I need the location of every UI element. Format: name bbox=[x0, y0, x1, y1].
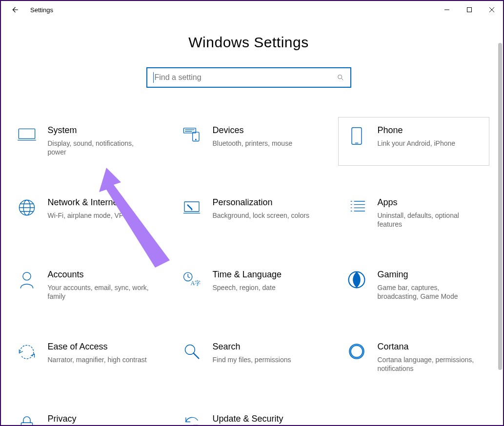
svg-point-38 bbox=[350, 345, 363, 358]
search-icon bbox=[337, 74, 344, 81]
category-network[interactable]: Network & InternetWi-Fi, airplane mode, … bbox=[8, 189, 160, 238]
privacy-icon bbox=[17, 414, 37, 425]
category-title: Update & Security bbox=[213, 414, 316, 425]
network-icon bbox=[17, 197, 37, 230]
category-desc: Link your Android, iPhone bbox=[378, 139, 481, 148]
svg-point-5 bbox=[338, 75, 342, 79]
update-icon bbox=[181, 414, 202, 425]
accounts-icon bbox=[17, 270, 37, 302]
svg-point-31 bbox=[22, 272, 30, 280]
svg-line-6 bbox=[341, 78, 343, 80]
system-icon bbox=[17, 125, 37, 157]
search-icon bbox=[181, 342, 202, 374]
category-system[interactable]: SystemDisplay, sound, notifications, pow… bbox=[8, 117, 160, 166]
search-placeholder: Find a setting bbox=[155, 73, 202, 82]
category-time[interactable]: A字Time & LanguageSpeech, region, date bbox=[173, 261, 324, 310]
category-privacy[interactable]: PrivacyLocation, camera, microphone bbox=[8, 406, 160, 425]
category-desc: Bluetooth, printers, mouse bbox=[213, 139, 316, 148]
back-button[interactable] bbox=[10, 5, 20, 15]
window-title: Settings bbox=[30, 6, 53, 14]
page-heading: Windows Settings bbox=[1, 34, 496, 51]
category-title: Search bbox=[213, 342, 316, 352]
category-title: Gaming bbox=[378, 270, 481, 280]
search-input[interactable]: Find a setting bbox=[146, 67, 351, 88]
phone-icon bbox=[346, 125, 367, 157]
category-desc: Your accounts, email, sync, work, family bbox=[48, 283, 151, 302]
category-personalization[interactable]: PersonalizationBackground, lock screen, … bbox=[173, 189, 324, 238]
category-title: Personalization bbox=[213, 197, 316, 208]
devices-icon bbox=[181, 125, 202, 157]
category-title: Phone bbox=[378, 125, 481, 136]
category-gaming[interactable]: GamingGame bar, captures, broadcasting, … bbox=[338, 261, 489, 310]
category-desc: Cortana language, permissions, notificat… bbox=[378, 355, 481, 374]
gaming-icon bbox=[346, 270, 367, 302]
personalization-icon bbox=[181, 197, 202, 230]
svg-rect-2 bbox=[467, 8, 472, 12]
category-title: Devices bbox=[213, 125, 316, 136]
category-desc: Find my files, permissions bbox=[213, 355, 316, 365]
category-search[interactable]: SearchFind my files, permissions bbox=[173, 333, 324, 382]
svg-point-11 bbox=[195, 139, 196, 140]
category-title: Network & Internet bbox=[48, 197, 151, 208]
category-desc: Wi-Fi, airplane mode, VPN bbox=[48, 211, 151, 220]
apps-icon bbox=[346, 197, 367, 230]
category-title: Apps bbox=[378, 197, 481, 208]
category-accounts[interactable]: AccountsYour accounts, email, sync, work… bbox=[8, 261, 160, 310]
category-title: Accounts bbox=[48, 270, 151, 280]
ease-icon bbox=[17, 342, 37, 374]
category-title: Privacy bbox=[48, 414, 151, 425]
category-desc: Speech, region, date bbox=[213, 283, 316, 292]
category-ease[interactable]: Ease of AccessNarrator, magnifier, high … bbox=[8, 333, 160, 382]
svg-rect-7 bbox=[19, 129, 35, 138]
category-phone[interactable]: PhoneLink your Android, iPhone bbox=[338, 117, 489, 166]
category-title: Cortana bbox=[378, 342, 481, 352]
category-devices[interactable]: DevicesBluetooth, printers, mouse bbox=[173, 117, 324, 166]
category-title: Time & Language bbox=[213, 270, 316, 280]
category-desc: Uninstall, defaults, optional features bbox=[378, 211, 481, 230]
svg-line-36 bbox=[193, 353, 199, 359]
svg-rect-39 bbox=[21, 423, 32, 425]
titlebar: Settings bbox=[1, 1, 503, 19]
content-area: Windows Settings Find a setting SystemDi… bbox=[1, 19, 503, 425]
vertical-scrollbar[interactable] bbox=[498, 43, 502, 423]
minimize-button[interactable] bbox=[436, 2, 458, 18]
category-grid: SystemDisplay, sound, notifications, pow… bbox=[1, 117, 496, 425]
category-title: System bbox=[48, 125, 151, 136]
maximize-button[interactable] bbox=[458, 2, 481, 18]
category-desc: Background, lock screen, colors bbox=[213, 211, 316, 220]
svg-rect-14 bbox=[352, 128, 362, 145]
category-desc: Narrator, magnifier, high contrast bbox=[48, 355, 151, 365]
cortana-icon bbox=[346, 342, 367, 374]
category-desc: Game bar, captures, broadcasting, Game M… bbox=[378, 283, 481, 302]
category-apps[interactable]: AppsUninstall, defaults, optional featur… bbox=[338, 189, 489, 238]
category-cortana[interactable]: CortanaCortana language, permissions, no… bbox=[338, 333, 489, 382]
time-icon: A字 bbox=[181, 270, 202, 302]
category-update[interactable]: Update & SecurityWindows Update, recover… bbox=[173, 406, 324, 425]
category-title: Ease of Access bbox=[48, 342, 151, 352]
svg-text:A字: A字 bbox=[190, 280, 201, 287]
settings-window: Settings Windows Settings Find a setting bbox=[0, 0, 504, 426]
category-desc: Display, sound, notifications, power bbox=[48, 139, 151, 157]
close-button[interactable] bbox=[481, 2, 503, 18]
